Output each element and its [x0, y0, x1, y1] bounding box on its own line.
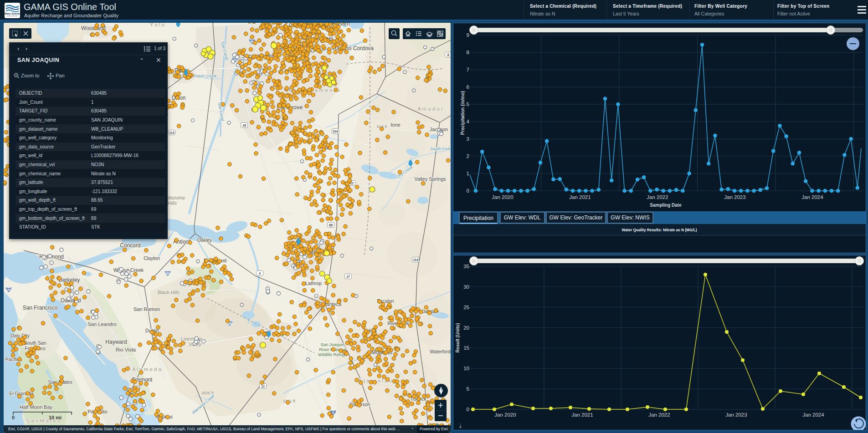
- svg-text:El Granada: El Granada: [9, 391, 33, 396]
- svg-text:GW Elev: WDL: GW Elev: WDL: [504, 214, 541, 221]
- svg-text:4: 4: [259, 272, 261, 275]
- svg-text:113: 113: [169, 131, 174, 134]
- svg-text:Jan 2023: Jan 2023: [724, 194, 745, 200]
- svg-text:0: 0: [12, 415, 15, 420]
- svg-text:E: E: [447, 53, 450, 56]
- svg-text:Jan 2021: Jan 2021: [571, 412, 593, 418]
- svg-text:San Leandro: San Leandro: [88, 321, 117, 327]
- svg-text:Daly City: Daly City: [10, 333, 30, 338]
- svg-text:104: 104: [333, 130, 338, 133]
- svg-text:Water Boards: Water Boards: [5, 12, 20, 15]
- svg-text:Jan 2023: Jan 2023: [725, 412, 747, 418]
- svg-text:South Fork: South Fork: [430, 147, 451, 151]
- svg-text:7: 7: [467, 67, 469, 72]
- svg-text:⇣: ⇣: [458, 423, 463, 429]
- svg-text:Valley Springs: Valley Springs: [414, 176, 446, 182]
- svg-text:15: 15: [463, 345, 469, 351]
- svg-text:Jan 2020: Jan 2020: [494, 412, 516, 418]
- svg-text:J8: J8: [242, 124, 246, 127]
- svg-text:San Joaquin: San Joaquin: [321, 342, 345, 347]
- svg-text:GW Elev: GeoTracker: GW Elev: GeoTracker: [550, 214, 603, 221]
- svg-text:Rio Vista: Rio Vista: [116, 347, 136, 352]
- svg-text:J14: J14: [413, 258, 418, 261]
- svg-text:1: 1: [467, 171, 469, 176]
- svg-text:Concord: Concord: [120, 242, 140, 249]
- svg-text:Sampling Date: Sampling Date: [650, 203, 682, 208]
- svg-text:5: 5: [332, 411, 334, 414]
- svg-text:6: 6: [467, 84, 469, 90]
- svg-text:Oakley: Oakley: [197, 237, 212, 243]
- svg-text:8: 8: [467, 50, 469, 55]
- svg-text:0: 0: [467, 188, 469, 194]
- svg-text:Waterford: Waterford: [430, 349, 451, 354]
- svg-text:Jan 2022: Jan 2022: [647, 194, 668, 200]
- svg-text:San Francisco: San Francisco: [23, 305, 58, 311]
- svg-text:Hayward: Hayward: [105, 339, 127, 345]
- svg-text:88: 88: [329, 224, 333, 227]
- svg-text:101: 101: [6, 288, 11, 291]
- svg-text:5: 5: [467, 386, 469, 392]
- svg-text:South San: South San: [24, 340, 46, 346]
- svg-text:Ione: Ione: [390, 122, 400, 127]
- svg-text:Jan 2022: Jan 2022: [648, 412, 670, 418]
- svg-text:S t a n i s l a u s: S t a n i s l a u s: [359, 378, 396, 383]
- svg-text:Y o l o: Y o l o: [150, 23, 164, 27]
- svg-text:0: 0: [467, 407, 469, 412]
- svg-text:20: 20: [463, 325, 469, 331]
- svg-text:3: 3: [467, 136, 469, 142]
- svg-text:12: 12: [261, 385, 265, 388]
- svg-text:Jan 2020: Jan 2020: [492, 194, 513, 200]
- svg-text:9: 9: [467, 32, 469, 38]
- svg-text:San Ramon: San Ramon: [134, 306, 160, 312]
- svg-text:A l a m e d a: A l a m e d a: [132, 367, 162, 372]
- svg-text:Jan 2021: Jan 2021: [569, 194, 591, 200]
- svg-text:4: 4: [467, 119, 470, 124]
- svg-text:GW Elev: NWIS: GW Elev: NWIS: [611, 214, 649, 221]
- svg-text:Water Quality Results: Nitrate: Water Quality Results: Nitrate as N (MG/…: [621, 228, 697, 232]
- svg-text:5: 5: [467, 102, 469, 107]
- svg-text:10 mi: 10 mi: [49, 415, 62, 420]
- svg-text:35: 35: [463, 264, 469, 269]
- svg-text:Precipitation (in/mo): Precipitation (in/mo): [460, 91, 465, 135]
- svg-text:25: 25: [463, 305, 469, 310]
- svg-text:Jan 2024: Jan 2024: [802, 412, 824, 418]
- svg-text:J7: J7: [346, 275, 350, 278]
- svg-text:Black Hills: Black Hills: [158, 290, 180, 295]
- svg-text:A m a d o r: A m a d o r: [417, 106, 443, 112]
- svg-text:Lathrop: Lathrop: [305, 280, 322, 286]
- svg-text:10: 10: [463, 366, 469, 371]
- svg-text:Jan 2024: Jan 2024: [801, 194, 823, 200]
- svg-text:Precipitation: Precipitation: [463, 215, 493, 221]
- svg-text:2: 2: [467, 153, 469, 159]
- svg-text:Clayton: Clayton: [144, 255, 160, 261]
- svg-text:680: 680: [165, 272, 170, 275]
- svg-text:Result (Units): Result (Units): [455, 323, 460, 353]
- svg-text:30: 30: [463, 284, 469, 290]
- svg-text:Hills: Hills: [168, 200, 177, 206]
